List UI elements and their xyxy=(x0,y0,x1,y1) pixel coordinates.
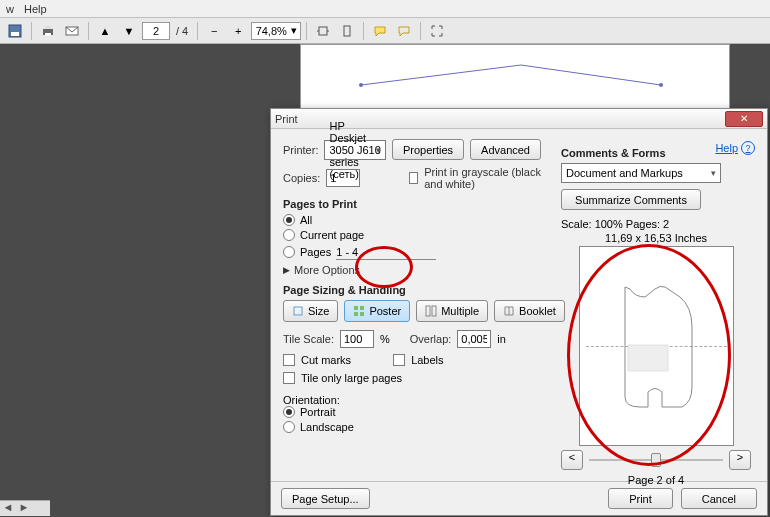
tab-booklet[interactable]: Booklet xyxy=(494,300,565,322)
svg-rect-12 xyxy=(360,306,364,310)
comments-select[interactable]: Document and Markups xyxy=(561,163,721,183)
svg-rect-4 xyxy=(45,33,51,36)
booklet-icon xyxy=(503,305,515,317)
page-nav-up-icon[interactable]: ▲ xyxy=(94,21,116,41)
triangle-right-icon: ▶ xyxy=(283,265,290,275)
pattern-preview-icon xyxy=(610,277,710,417)
menu-item[interactable]: w xyxy=(6,3,14,15)
print-preview xyxy=(579,246,734,446)
poster-icon xyxy=(353,305,365,317)
pages-to-print-heading: Pages to Print xyxy=(283,198,541,210)
printer-label: Printer: xyxy=(283,144,318,156)
svg-rect-3 xyxy=(45,26,51,29)
tab-size[interactable]: Size xyxy=(283,300,338,322)
preview-slider[interactable] xyxy=(589,450,723,470)
properties-button[interactable]: Properties xyxy=(392,139,464,160)
comments-heading: Comments & Forms xyxy=(561,147,751,159)
tab-multiple[interactable]: Multiple xyxy=(416,300,488,322)
radio-pages[interactable] xyxy=(283,246,295,258)
radio-current[interactable] xyxy=(283,229,295,241)
grayscale-label: Print in grayscale (black and white) xyxy=(424,166,541,190)
toolbar: ▲ ▼ / 4 − + 74,8%▾ xyxy=(0,18,770,44)
save-icon[interactable] xyxy=(4,21,26,41)
printer-select[interactable]: HP Deskjet 3050 J610 series (сеть) xyxy=(324,140,385,160)
print-dialog: Print ✕ Help? Printer: HP Deskjet 3050 J… xyxy=(270,108,768,516)
comment-icon[interactable] xyxy=(369,21,391,41)
svg-rect-1 xyxy=(11,32,19,36)
svg-rect-11 xyxy=(354,306,358,310)
page-dimensions: 11,69 x 16,53 Inches xyxy=(561,232,751,244)
sizing-heading: Page Sizing & Handling xyxy=(283,284,541,296)
menu-bar: w Help xyxy=(0,0,770,18)
preview-prev-button[interactable]: < xyxy=(561,450,583,470)
radio-landscape[interactable] xyxy=(283,421,295,433)
page-setup-button[interactable]: Page Setup... xyxy=(281,488,370,509)
tab-poster[interactable]: Poster xyxy=(344,300,410,322)
svg-rect-14 xyxy=(360,312,364,316)
percent-label: % xyxy=(380,333,390,345)
preview-page-indicator: Page 2 of 4 xyxy=(561,474,751,486)
preview-next-button[interactable]: > xyxy=(729,450,751,470)
zoom-out-icon[interactable]: − xyxy=(203,21,225,41)
grayscale-checkbox[interactable] xyxy=(409,172,418,184)
zoom-input[interactable]: 74,8%▾ xyxy=(251,22,301,40)
cancel-button[interactable]: Cancel xyxy=(681,488,757,509)
labels-label: Labels xyxy=(411,354,443,366)
tile-large-label: Tile only large pages xyxy=(301,372,402,384)
page-nav-down-icon[interactable]: ▼ xyxy=(118,21,140,41)
page-total: / 4 xyxy=(176,25,188,37)
document-page-background xyxy=(300,44,730,114)
scale-text: Scale: 100% Pages: 2 xyxy=(561,218,751,230)
tile-scale-label: Tile Scale: xyxy=(283,333,334,345)
summarize-button[interactable]: Summarize Comments xyxy=(561,189,701,210)
radio-landscape-label: Landscape xyxy=(300,421,354,433)
overlap-label: Overlap: xyxy=(410,333,452,345)
tile-scale-input[interactable] xyxy=(340,330,374,348)
svg-rect-17 xyxy=(628,345,668,371)
radio-pages-label: Pages xyxy=(300,246,331,258)
radio-portrait-label: Portrait xyxy=(300,406,335,418)
fit-page-icon[interactable] xyxy=(336,21,358,41)
more-options-toggle[interactable]: ▶More Options xyxy=(283,264,541,276)
svg-rect-13 xyxy=(354,312,358,316)
svg-rect-10 xyxy=(294,307,302,315)
tile-large-checkbox[interactable] xyxy=(283,372,295,384)
svg-point-8 xyxy=(359,83,363,87)
svg-rect-7 xyxy=(344,26,350,36)
scrollbar-horizontal[interactable]: ◄► xyxy=(0,500,50,516)
zoom-in-icon[interactable]: + xyxy=(227,21,249,41)
print-icon[interactable] xyxy=(37,21,59,41)
menu-item-help[interactable]: Help xyxy=(24,3,47,15)
overlap-unit: in xyxy=(497,333,506,345)
mail-icon[interactable] xyxy=(61,21,83,41)
close-button[interactable]: ✕ xyxy=(725,111,763,127)
svg-rect-6 xyxy=(319,27,327,35)
page-number-input[interactable] xyxy=(142,22,170,40)
radio-current-label: Current page xyxy=(300,229,364,241)
cutmarks-checkbox[interactable] xyxy=(283,354,295,366)
svg-rect-15 xyxy=(426,306,430,316)
svg-rect-16 xyxy=(432,306,436,316)
fit-width-icon[interactable] xyxy=(312,21,334,41)
radio-portrait[interactable] xyxy=(283,406,295,418)
advanced-button[interactable]: Advanced xyxy=(470,139,541,160)
labels-checkbox[interactable] xyxy=(393,354,405,366)
size-icon xyxy=(292,305,304,317)
print-button[interactable]: Print xyxy=(608,488,673,509)
radio-all[interactable] xyxy=(283,214,295,226)
orientation-heading: Orientation: xyxy=(283,394,541,406)
overlap-input[interactable] xyxy=(457,330,491,348)
annotation-icon[interactable] xyxy=(393,21,415,41)
fullscreen-icon[interactable] xyxy=(426,21,448,41)
copies-label: Copies: xyxy=(283,172,320,184)
pages-range-input[interactable] xyxy=(336,244,436,260)
svg-point-9 xyxy=(659,83,663,87)
multiple-icon xyxy=(425,305,437,317)
cutmarks-label: Cut marks xyxy=(301,354,351,366)
radio-all-label: All xyxy=(300,214,312,226)
